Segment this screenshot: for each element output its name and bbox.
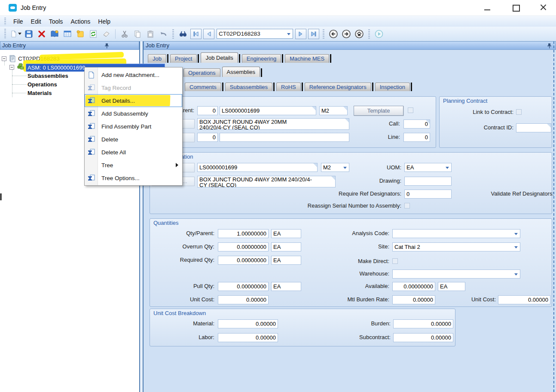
menu-actions[interactable]: Actions <box>67 17 94 26</box>
qty-parent-field[interactable]: 1.00000000 <box>218 229 269 238</box>
back-icon[interactable] <box>328 28 339 40</box>
menu-item-delete[interactable]: Delete <box>85 133 182 146</box>
make-direct-checkbox[interactable] <box>392 258 398 264</box>
paste-icon[interactable] <box>145 28 156 40</box>
menu-edit[interactable]: Edit <box>27 17 45 26</box>
tab-subassemblies[interactable]: Subassemblies <box>225 83 272 91</box>
menu-file[interactable]: File <box>9 17 27 26</box>
run-icon[interactable] <box>373 28 385 40</box>
menu-item-get-details[interactable]: Get Details... <box>85 94 182 107</box>
pull-qty-field[interactable]: 0.00000000 <box>218 282 269 291</box>
subcontract-field[interactable]: 0.00000 <box>393 333 453 342</box>
parent-seq-field[interactable]: 0 <box>197 106 218 115</box>
record-selector[interactable]: CT02PD168283 <box>217 29 293 39</box>
final-opr-field[interactable]: 0 <box>197 133 218 142</box>
unit-cost-right-field[interactable]: 0.00000 <box>498 295 550 304</box>
copy-icon[interactable] <box>132 28 143 40</box>
material-field[interactable]: 0.00000 <box>218 319 278 328</box>
menubar-grip[interactable] <box>4 18 6 25</box>
mtl-burden-rate-field[interactable]: 0.00000 <box>392 295 435 304</box>
tree-node-operations[interactable]: Operations <box>27 81 57 88</box>
first-record-button[interactable] <box>190 29 202 39</box>
tab-comments[interactable]: Comments <box>185 83 221 91</box>
template-button[interactable]: Template <box>354 106 403 116</box>
parent-rev-field[interactable]: M2 <box>319 106 348 115</box>
overrun-uom-field[interactable]: EA <box>271 242 301 251</box>
home-icon[interactable] <box>354 28 365 40</box>
grid-icon[interactable] <box>62 28 73 40</box>
tab-job-details[interactable]: Job Details <box>201 52 238 63</box>
close-button[interactable] <box>534 0 553 15</box>
required-qty-field[interactable]: 0.00000000 <box>218 256 269 265</box>
new-record-icon[interactable] <box>10 28 21 40</box>
maximize-button[interactable] <box>506 0 525 15</box>
forward-icon[interactable] <box>341 28 352 40</box>
available-field[interactable]: 0.00000000 <box>392 282 435 291</box>
pin-icon[interactable] <box>547 43 552 49</box>
tab-project[interactable]: Project <box>170 54 197 63</box>
menu-item-find-assembly-part[interactable]: Find Assembly Part <box>85 120 182 133</box>
tree-node-subassemblies[interactable]: Subassemblies <box>27 73 68 79</box>
last-record-button[interactable] <box>308 29 319 39</box>
site-combo[interactable]: Cat Thai 2 <box>392 242 520 251</box>
menu-tools[interactable]: Tools <box>45 17 67 26</box>
burden-field[interactable]: 0.00000 <box>393 319 453 328</box>
contract-id-field[interactable] <box>516 123 551 132</box>
tab-reference-designators[interactable]: Reference Designators <box>305 83 371 91</box>
undo-icon[interactable] <box>158 28 169 40</box>
require-ref-designators-field[interactable]: 0 <box>404 190 452 199</box>
menu-help[interactable]: Help <box>94 17 114 26</box>
toolbar-grip[interactable] <box>172 29 174 39</box>
drawing-field[interactable] <box>404 177 452 186</box>
required-uom-field[interactable]: EA <box>271 256 301 265</box>
notes-icon[interactable] <box>75 28 86 40</box>
final-opr-desc-field[interactable] <box>220 133 349 142</box>
toolbar-grip[interactable] <box>323 29 324 39</box>
menu-item-tree-options[interactable]: Tree Options... <box>85 172 182 184</box>
line-field[interactable]: 0 <box>403 133 430 142</box>
book-icon[interactable] <box>49 28 60 40</box>
tree-expander[interactable] <box>2 56 6 61</box>
refresh-icon[interactable] <box>88 28 99 40</box>
next-record-button[interactable] <box>295 29 306 39</box>
menu-item-add-subassembly[interactable]: Add Subassembly <box>85 107 182 120</box>
part-number-field[interactable]: LS0000001699 <box>197 163 318 172</box>
call-field[interactable]: 0 <box>403 119 430 129</box>
analysis-code-combo[interactable] <box>392 229 520 238</box>
tab-machine-mes[interactable]: Machine MES <box>285 54 329 63</box>
tab-job[interactable]: Job <box>148 54 166 63</box>
previous-record-button[interactable] <box>203 29 214 39</box>
qty-parent-uom-field[interactable]: EA <box>271 229 301 238</box>
warehouse-combo[interactable] <box>392 270 520 279</box>
delete-icon[interactable] <box>36 28 47 40</box>
search-icon[interactable] <box>177 28 189 40</box>
menu-item-add-new-attachment[interactable]: Add new Attachment... <box>85 68 182 81</box>
tab-assemblies[interactable]: Assemblies <box>222 67 260 77</box>
menu-item-tag-record[interactable]: Tag Record <box>85 81 182 94</box>
cut-icon[interactable] <box>119 28 130 40</box>
tree-node-materials[interactable]: Materials <box>27 90 52 96</box>
link-to-contract-checkbox[interactable] <box>516 109 522 115</box>
template-checkbox[interactable] <box>408 107 413 113</box>
uom-combo[interactable]: EA <box>404 163 452 172</box>
parent-part-field[interactable]: LS0000001699 <box>220 106 316 115</box>
available-uom-field[interactable]: EA <box>438 282 465 291</box>
new-record-caret-icon[interactable] <box>18 33 21 35</box>
clear-icon[interactable] <box>101 28 112 40</box>
menu-item-delete-all[interactable]: Delete All <box>85 146 182 159</box>
assembly-description-field[interactable]: BOX JUNCT ROUND 4WAY 20MM 240/20/4-CY (S… <box>197 118 349 130</box>
toolbar-grip[interactable] <box>4 29 6 39</box>
tree-expander[interactable] <box>9 65 14 70</box>
toolbar-grip[interactable] <box>368 29 370 39</box>
part-description-field[interactable]: BOX JUNCT ROUND 4WAY 20MM 240/20/4- CY (… <box>197 176 336 187</box>
reassign-serial-checkbox[interactable] <box>404 203 410 208</box>
record-selector-dropdown-icon[interactable] <box>287 33 290 35</box>
save-icon[interactable] <box>23 28 34 40</box>
tab-engineering[interactable]: Engineering <box>242 54 281 63</box>
minimize-button[interactable] <box>478 0 497 15</box>
labor-field[interactable]: 0.00000 <box>218 333 278 342</box>
tab-rohs[interactable]: RoHS <box>276 83 301 91</box>
unit-cost-field[interactable]: 0.00000 <box>218 295 269 304</box>
menu-item-tree[interactable]: Tree <box>85 159 182 172</box>
tab-inspection[interactable]: Inspection <box>375 83 410 91</box>
